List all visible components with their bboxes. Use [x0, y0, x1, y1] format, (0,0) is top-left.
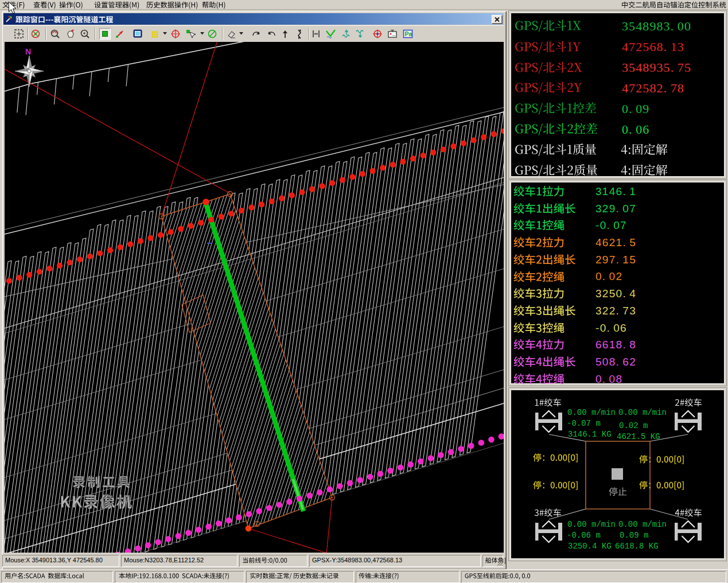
svg-text:N: N	[25, 47, 31, 56]
svg-text:Pa: Pa	[405, 30, 412, 37]
